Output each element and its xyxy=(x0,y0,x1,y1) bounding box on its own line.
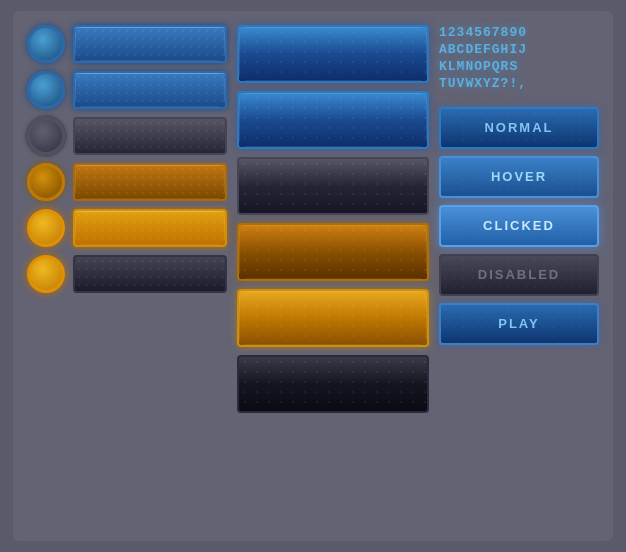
circle-button-gold-bright[interactable] xyxy=(27,209,65,247)
circle-button-gray[interactable] xyxy=(27,117,65,155)
state-button-normal[interactable]: NORMAL xyxy=(439,107,599,149)
big-button-dark[interactable] xyxy=(237,355,429,413)
play-label: PLAY xyxy=(498,316,539,331)
small-button-gray[interactable] xyxy=(73,117,227,155)
big-button-blue-1[interactable] xyxy=(237,25,429,83)
small-button-gold[interactable] xyxy=(73,163,227,201)
button-row-4 xyxy=(27,163,227,201)
state-button-clicked[interactable]: CLICKED xyxy=(439,205,599,247)
state-buttons-group: NORMAL HOVER CLICKED DISABLED PLAY xyxy=(439,107,599,345)
circle-button-gold-bright-2[interactable] xyxy=(27,255,65,293)
normal-label: NORMAL xyxy=(484,120,553,135)
hover-label: HOVER xyxy=(491,169,547,184)
big-button-gold2[interactable] xyxy=(237,289,429,347)
font-line-3: KLMNOPQRS xyxy=(439,59,599,76)
font-preview: 1234567890 ABCDEFGHIJ KLMNOPQRS TUVWXYZ?… xyxy=(439,25,599,93)
small-button-gold-bright[interactable] xyxy=(73,209,227,247)
right-column: 1234567890 ABCDEFGHIJ KLMNOPQRS TUVWXYZ?… xyxy=(439,25,599,527)
disabled-label: DISABLED xyxy=(478,267,560,282)
main-container: 1234567890 ABCDEFGHIJ KLMNOPQRS TUVWXYZ?… xyxy=(13,11,613,541)
small-button-blue-2[interactable] xyxy=(73,71,227,109)
font-line-1: 1234567890 xyxy=(439,25,599,42)
button-row-2 xyxy=(27,71,227,109)
circle-button-blue-1[interactable] xyxy=(27,25,65,63)
state-button-play[interactable]: PLAY xyxy=(439,303,599,345)
state-button-disabled: DISABLED xyxy=(439,254,599,296)
big-button-gray[interactable] xyxy=(237,157,429,215)
clicked-label: CLICKED xyxy=(483,218,555,233)
big-button-blue-2[interactable] xyxy=(237,91,429,149)
small-button-blue-1[interactable] xyxy=(73,25,227,63)
button-row-6 xyxy=(27,255,227,293)
middle-column xyxy=(237,25,429,527)
state-button-hover[interactable]: HOVER xyxy=(439,156,599,198)
font-line-2: ABCDEFGHIJ xyxy=(439,42,599,59)
font-line-4: TUVWXYZ?!, xyxy=(439,76,599,93)
left-column xyxy=(27,25,227,527)
circle-button-gold[interactable] xyxy=(27,163,65,201)
button-row-1 xyxy=(27,25,227,63)
small-button-dark[interactable] xyxy=(73,255,227,293)
button-row-5 xyxy=(27,209,227,247)
big-button-gold[interactable] xyxy=(237,223,429,281)
circle-button-blue-2[interactable] xyxy=(27,71,65,109)
button-row-3 xyxy=(27,117,227,155)
